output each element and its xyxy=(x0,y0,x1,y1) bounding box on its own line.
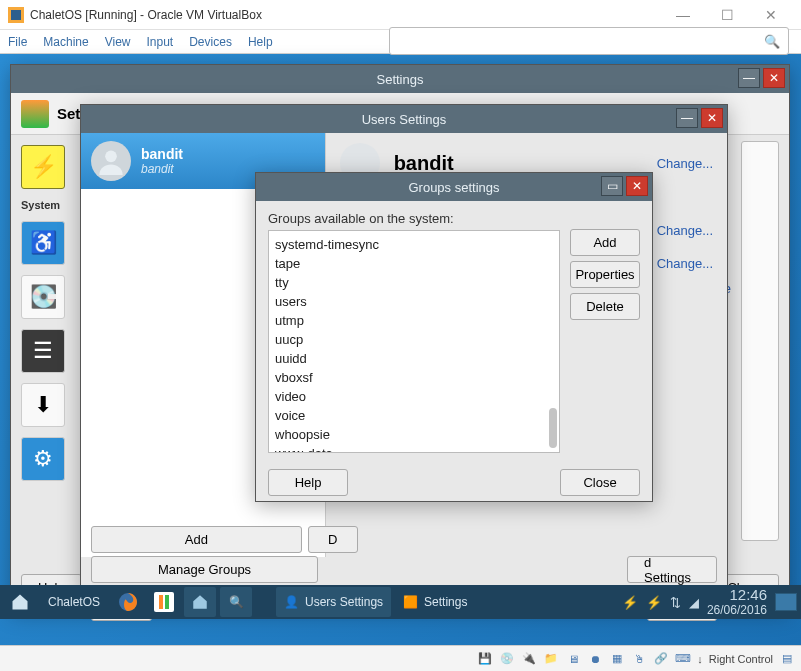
vb-cd-icon[interactable]: 💿 xyxy=(499,651,515,667)
file-manager-icon[interactable] xyxy=(184,587,216,617)
advanced-settings-button[interactable]: d Settings xyxy=(627,556,717,583)
add-user-button[interactable]: Add xyxy=(91,526,302,553)
groups-available-label: Groups available on the system: xyxy=(268,211,560,226)
svg-rect-1 xyxy=(11,10,21,20)
menu-help[interactable]: Help xyxy=(248,35,273,49)
guest-desktop: Settings — ✕ Settings 🔍 ⚡ System ♿ 💽 ☰ ⬇… xyxy=(0,54,801,645)
start-label[interactable]: ChaletOS xyxy=(40,587,108,617)
volume-icon[interactable]: ⚡ xyxy=(622,595,638,610)
group-properties-button[interactable]: Properties xyxy=(570,261,640,288)
list-icon[interactable]: ☰ xyxy=(21,329,65,373)
settings-titlebar[interactable]: Settings — ✕ xyxy=(11,65,789,93)
download-icon[interactable]: ⬇ xyxy=(21,383,65,427)
avatar-icon xyxy=(91,141,131,181)
menu-file[interactable]: File xyxy=(8,35,27,49)
groups-settings-window: Groups settings ▭ ✕ Groups available on … xyxy=(255,172,653,502)
settings-scrollbar[interactable] xyxy=(741,141,779,541)
group-item[interactable]: uucp xyxy=(275,330,553,349)
settings-taskbar-icon: 🟧 xyxy=(403,595,418,609)
group-item[interactable]: uuidd xyxy=(275,349,553,368)
svg-rect-5 xyxy=(159,595,163,609)
taskbar-item-settings[interactable]: 🟧 Settings xyxy=(395,587,475,617)
groups-close-button[interactable]: ✕ xyxy=(626,176,648,196)
group-add-button[interactable]: Add xyxy=(570,229,640,256)
virtualbox-titlebar: ChaletOS [Running] - Oracle VM VirtualBo… xyxy=(0,0,801,30)
taskbar-item-users-settings[interactable]: 👤 Users Settings xyxy=(276,587,391,617)
minimize-button[interactable]: — xyxy=(661,1,705,29)
vb-usb-icon[interactable]: 🔌 xyxy=(521,651,537,667)
svg-rect-6 xyxy=(165,595,169,609)
group-item[interactable]: voice xyxy=(275,406,553,425)
settings-app-icon xyxy=(21,100,49,128)
vb-net-icon[interactable]: 🔗 xyxy=(653,651,669,667)
maximize-button[interactable]: ☐ xyxy=(705,1,749,29)
vb-key-icon[interactable]: ⌨ xyxy=(675,651,691,667)
accessibility-icon[interactable]: ♿ xyxy=(21,221,65,265)
users-titlebar[interactable]: Users Settings — ✕ xyxy=(81,105,727,133)
svg-rect-4 xyxy=(154,592,174,612)
vb-cpu-icon[interactable]: ▦ xyxy=(609,651,625,667)
groups-help-button[interactable]: Help xyxy=(268,469,348,496)
change-name-link[interactable]: Change... xyxy=(657,156,713,171)
group-item[interactable]: vboxsf xyxy=(275,368,553,387)
virtualbox-title: ChaletOS [Running] - Oracle VM VirtualBo… xyxy=(30,8,661,22)
users-minimize-button[interactable]: — xyxy=(676,108,698,128)
settings-launcher-icon[interactable] xyxy=(148,587,180,617)
settings-search-input[interactable]: 🔍 xyxy=(389,27,789,55)
users-close-button[interactable]: ✕ xyxy=(701,108,723,128)
manage-groups-button[interactable]: Manage Groups xyxy=(91,556,318,583)
vb-host-key-arrow-icon: ↓ xyxy=(697,653,703,665)
vb-folder-icon[interactable]: 📁 xyxy=(543,651,559,667)
vb-rec-icon[interactable]: ⏺ xyxy=(587,651,603,667)
virtualbox-statusbar: 💾 💿 🔌 📁 🖥 ⏺ ▦ 🖱 🔗 ⌨ ↓ Right Control ▤ xyxy=(0,645,801,671)
system-label: System xyxy=(21,199,71,211)
groups-titlebar[interactable]: Groups settings ▭ ✕ xyxy=(256,173,652,201)
change-link-3[interactable]: Change... xyxy=(657,256,713,271)
vb-indicator-icon[interactable]: ▤ xyxy=(779,651,795,667)
vb-mouse-icon[interactable]: 🖱 xyxy=(631,651,647,667)
group-item[interactable]: users xyxy=(275,292,553,311)
menu-input[interactable]: Input xyxy=(147,35,174,49)
power-icon[interactable]: ⚡ xyxy=(21,145,65,189)
power-tray-icon[interactable]: ⚡ xyxy=(646,595,662,610)
gear-icon[interactable]: ⚙ xyxy=(21,437,65,481)
clock[interactable]: 12:46 26/06/2016 xyxy=(707,587,767,617)
network-icon[interactable]: ⇅ xyxy=(670,595,681,610)
group-item[interactable]: video xyxy=(275,387,553,406)
delete-user-button[interactable]: D xyxy=(308,526,358,553)
search-launcher-icon[interactable]: 🔍 xyxy=(220,587,252,617)
vb-display-icon[interactable]: 🖥 xyxy=(565,651,581,667)
change-link-2[interactable]: Change... xyxy=(657,223,713,238)
start-menu-button[interactable] xyxy=(4,587,36,617)
close-button[interactable]: ✕ xyxy=(749,1,793,29)
vb-host-key-label: Right Control xyxy=(709,653,773,665)
user-sub: bandit xyxy=(141,162,183,176)
disk-icon[interactable]: 💽 xyxy=(21,275,65,319)
signal-icon[interactable]: ◢ xyxy=(689,595,699,610)
group-delete-button[interactable]: Delete xyxy=(570,293,640,320)
svg-point-2 xyxy=(105,151,117,163)
show-desktop-icon[interactable] xyxy=(775,593,797,611)
search-icon: 🔍 xyxy=(764,34,780,49)
settings-title: Settings xyxy=(377,72,424,87)
menu-machine[interactable]: Machine xyxy=(43,35,88,49)
group-item[interactable]: whoopsie xyxy=(275,425,553,444)
group-item[interactable]: systemd-timesync xyxy=(275,235,553,254)
menu-devices[interactable]: Devices xyxy=(189,35,232,49)
settings-sidebar: ⚡ System ♿ 💽 ☰ ⬇ ⚙ xyxy=(21,141,71,609)
menu-view[interactable]: View xyxy=(105,35,131,49)
virtualbox-icon xyxy=(8,7,24,23)
vb-hdd-icon[interactable]: 💾 xyxy=(477,651,493,667)
group-item[interactable]: tape xyxy=(275,254,553,273)
settings-close-button[interactable]: ✕ xyxy=(763,68,785,88)
groups-listbox[interactable]: systemd-timesync tape tty users utmp uuc… xyxy=(268,230,560,453)
groups-close-btn[interactable]: Close xyxy=(560,469,640,496)
group-item[interactable]: www-data xyxy=(275,444,553,453)
taskbar: ChaletOS 🔍 👤 Users Settings 🟧 Settings ⚡… xyxy=(0,585,801,619)
group-item[interactable]: tty xyxy=(275,273,553,292)
settings-minimize-button[interactable]: — xyxy=(738,68,760,88)
firefox-icon[interactable] xyxy=(112,587,144,617)
groups-minimize-button[interactable]: ▭ xyxy=(601,176,623,196)
group-item[interactable]: utmp xyxy=(275,311,553,330)
groups-scrollbar-thumb[interactable] xyxy=(549,408,557,448)
